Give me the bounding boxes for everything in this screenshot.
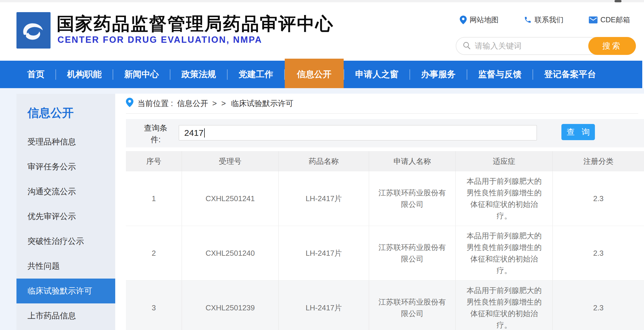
nav-item-1[interactable]: 首页 [16, 68, 55, 80]
cell-drug-name: LH-2417片 [279, 171, 369, 226]
query-condition-input[interactable]: 2417 [179, 125, 537, 140]
site-search: 请输入关键词 搜索 [456, 37, 636, 55]
nav-item-4[interactable]: 政策法规 [170, 68, 227, 80]
content-area: 信息公开 受理品种信息审评任务公示沟通交流公示优先审评公示突破性治疗公示共性问题… [0, 88, 644, 330]
nav-item-7[interactable]: 申请人之窗 [344, 68, 410, 80]
location-pin-icon [126, 98, 133, 109]
table-header-row: 序号受理号药品名称申请人名称适应症注册分类 [126, 151, 644, 171]
breadcrumb-current: 临床试验默示许可 [231, 98, 293, 109]
cell-indication: 本品用于前列腺肥大的男性良性前列腺增生的体征和症状的初始治疗。 [456, 226, 553, 280]
top-scrollbar-thumb[interactable] [615, 0, 621, 2]
table-row-1: 1CXHL2501241LH-2417片江苏联环药业股份有限公司本品用于前列腺肥… [126, 171, 644, 226]
site-search-placeholder: 请输入关键词 [475, 41, 522, 51]
query-panel: 查询条 件: 2417 查 询 [126, 119, 644, 147]
cell-reg-class: 2.3 [553, 281, 644, 330]
query-condition-label: 查询条 件: [140, 122, 172, 145]
sitemap-link[interactable]: 网站地图 [460, 15, 498, 25]
mail-icon [589, 16, 598, 23]
cell-indication: 本品用于前列腺肥大的男性良性前列腺增生的体征和症状的初始治疗。 [456, 281, 553, 330]
sidebar-item-4[interactable]: 优先审评公示 [16, 204, 116, 229]
nav-item-3[interactable]: 新闻中心 [113, 68, 170, 80]
sidebar-item-2[interactable]: 审评任务公示 [16, 154, 116, 179]
cell-reg-class: 2.3 [553, 171, 644, 226]
breadcrumb: 当前位置 : 信息公开 > > 临床试验默示许可 [126, 94, 638, 114]
sidebar-item-1[interactable]: 受理品种信息 [16, 129, 116, 154]
cell-reg-class: 2.3 [553, 226, 644, 280]
cell-seq: 3 [126, 281, 182, 330]
nav-item-10[interactable]: 登记备案平台 [533, 68, 607, 80]
contact-label: 联系我们 [535, 15, 563, 25]
query-input-value: 2417 [184, 128, 204, 138]
contact-link[interactable]: 联系我们 [524, 15, 563, 25]
phone-icon [524, 16, 532, 24]
sidebar-list: 受理品种信息审评任务公示沟通交流公示优先审评公示突破性治疗公示共性问题临床试验默… [16, 129, 116, 328]
sidebar-item-3[interactable]: 沟通交流公示 [16, 179, 116, 204]
breadcrumb-prefix: 当前位置 : [137, 98, 173, 109]
location-pin-icon [460, 16, 467, 24]
cde-fish-logo-icon [16, 12, 51, 49]
nav-item-8[interactable]: 办事服务 [410, 68, 467, 80]
cell-applicant: 江苏联环药业股份有限公司 [369, 281, 456, 330]
cell-accept-no: CXHL2501240 [182, 226, 279, 280]
sidebar-title: 信息公开 [16, 94, 116, 123]
top-scrollbar-track [0, 0, 644, 2]
table-body: 1CXHL2501241LH-2417片江苏联环药业股份有限公司本品用于前列腺肥… [126, 171, 644, 330]
sidebar-item-7[interactable]: 临床试验默示许可 [16, 279, 116, 303]
breadcrumb-section[interactable]: 信息公开 [177, 98, 208, 109]
top-links: 网站地图 联系我们 CDE邮箱 [460, 15, 630, 25]
nav-item-6[interactable]: 信息公开 [285, 59, 344, 90]
result-table: 序号受理号药品名称申请人名称适应症注册分类 1CXHL2501241LH-241… [126, 151, 644, 330]
site-subtitle: CENTER FOR DRUG EVALUATION, NMPA [57, 35, 262, 45]
cell-applicant: 江苏联环药业股份有限公司 [369, 226, 456, 280]
main-nav: 首页机构职能新闻中心政策法规党建工作信息公开申请人之窗办事服务监督与反馈登记备案… [0, 61, 642, 88]
column-header-2: 受理号 [182, 151, 279, 171]
sidebar-item-6[interactable]: 共性问题 [16, 254, 116, 279]
cell-drug-name: LH-2417片 [279, 281, 369, 330]
sidebar-item-5[interactable]: 突破性治疗公示 [16, 229, 116, 254]
cell-seq: 1 [126, 171, 182, 226]
column-header-3: 药品名称 [279, 151, 369, 171]
table-row-2: 2CXHL2501240LH-2417片江苏联环药业股份有限公司本品用于前列腺肥… [126, 226, 644, 281]
query-button[interactable]: 查 询 [561, 124, 595, 140]
magnifier-icon [463, 41, 471, 51]
column-header-5: 适应症 [456, 151, 553, 171]
nav-item-2[interactable]: 机构职能 [56, 68, 113, 80]
site-search-button[interactable]: 搜索 [588, 37, 636, 55]
nav-item-9[interactable]: 监督与反馈 [467, 68, 533, 80]
sidebar-item-8[interactable]: 上市药品信息 [16, 303, 116, 328]
text-caret [204, 128, 205, 138]
cell-accept-no: CXHL2501239 [182, 281, 279, 330]
cell-drug-name: LH-2417片 [279, 226, 369, 280]
cell-seq: 2 [126, 226, 182, 280]
cell-applicant: 江苏联环药业股份有限公司 [369, 171, 456, 226]
column-header-6: 注册分类 [553, 151, 644, 171]
site-header: 国家药品监督管理局药品审评中心 CENTER FOR DRUG EVALUATI… [0, 2, 644, 61]
table-row-3: 3CXHL2501239LH-2417片江苏联环药业股份有限公司本品用于前列腺肥… [126, 281, 644, 330]
cde-mail-link[interactable]: CDE邮箱 [589, 15, 630, 25]
breadcrumb-separator: > > [212, 99, 227, 108]
sidebar: 信息公开 受理品种信息审评任务公示沟通交流公示优先审评公示突破性治疗公示共性问题… [16, 94, 116, 330]
site-title: 国家药品监督管理局药品审评中心 [57, 12, 334, 36]
cell-indication: 本品用于前列腺肥大的男性良性前列腺增生的体征和症状的初始治疗。 [456, 171, 553, 226]
cell-accept-no: CXHL2501241 [182, 171, 279, 226]
cde-mail-label: CDE邮箱 [600, 15, 630, 25]
column-header-1: 序号 [126, 151, 182, 171]
nav-item-5[interactable]: 党建工作 [228, 68, 284, 80]
main-panel: 当前位置 : 信息公开 > > 临床试验默示许可 查询条 件: 2417 查 询… [115, 94, 644, 330]
column-header-4: 申请人名称 [369, 151, 456, 171]
sitemap-label: 网站地图 [470, 15, 498, 25]
